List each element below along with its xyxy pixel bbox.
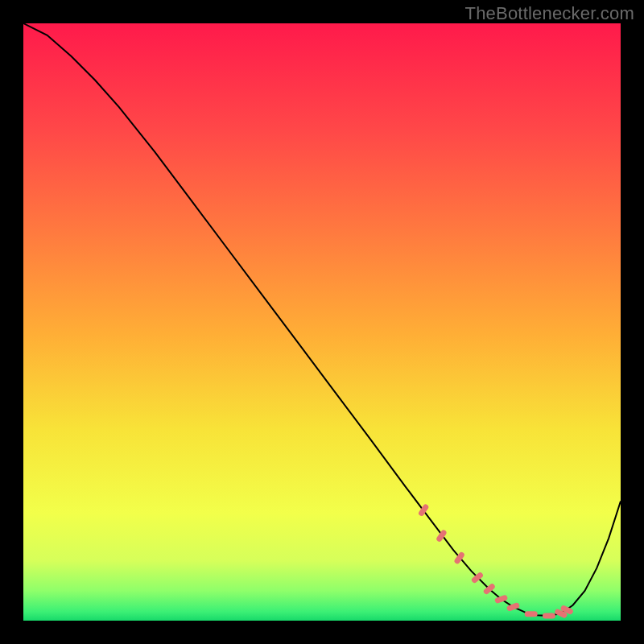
plot-area	[23, 23, 621, 621]
marker-dash	[525, 611, 538, 617]
gradient-background	[23, 23, 621, 621]
chart-outer: TheBottlenecker.com	[0, 0, 644, 644]
watermark-text: TheBottlenecker.com	[465, 3, 634, 24]
plot-svg	[23, 23, 621, 621]
marker-dash	[543, 613, 555, 619]
